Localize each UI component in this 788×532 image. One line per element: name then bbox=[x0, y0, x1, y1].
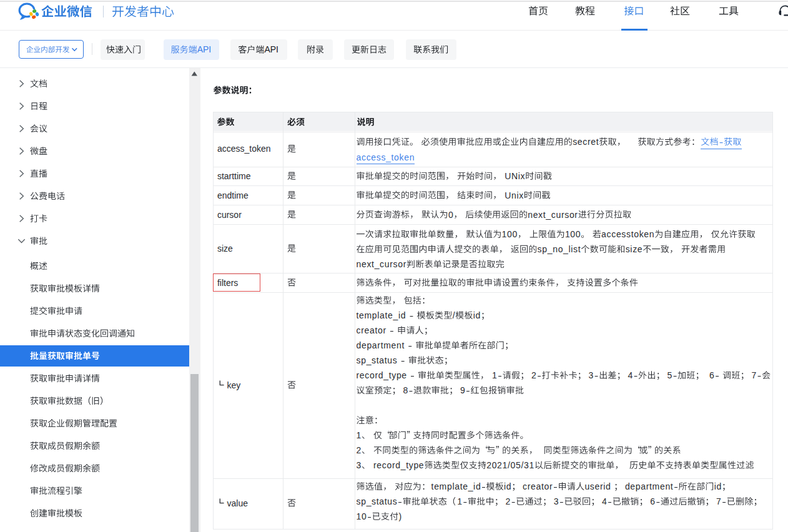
svg-text:starttime: starttime bbox=[217, 171, 251, 181]
svg-text:next_cursor: next_cursor bbox=[357, 259, 407, 269]
svg-text:2: 2 bbox=[357, 445, 362, 455]
svg-text:1: 1 bbox=[492, 370, 497, 380]
svg-text:100: 100 bbox=[502, 229, 518, 239]
svg-text:size: size bbox=[217, 244, 233, 254]
svg-text:template_id: template_id bbox=[431, 481, 481, 491]
svg-text:4: 4 bbox=[628, 370, 633, 380]
svg-text:secret: secret bbox=[573, 137, 599, 147]
svg-text:2021/05/31: 2021/05/31 bbox=[486, 460, 534, 470]
svg-text:accesstoken: accesstoken bbox=[601, 229, 654, 239]
svg-text:creator: creator bbox=[523, 481, 553, 491]
svg-text:cursor: cursor bbox=[217, 210, 242, 220]
svg-text:next_cursor: next_cursor bbox=[528, 210, 578, 220]
svg-text:sp_no_list: sp_no_list bbox=[538, 244, 581, 254]
svg-text:10: 10 bbox=[357, 511, 367, 521]
svg-text:/: / bbox=[453, 310, 456, 320]
svg-text:3: 3 bbox=[554, 496, 559, 506]
svg-text:API: API bbox=[264, 44, 278, 54]
svg-text:template_id: template_id bbox=[357, 310, 406, 320]
svg-text:7: 7 bbox=[752, 370, 757, 380]
svg-text:access_token: access_token bbox=[357, 152, 415, 162]
svg-text:1: 1 bbox=[357, 430, 362, 440]
svg-text:department: department bbox=[625, 481, 674, 491]
svg-text:Unix: Unix bbox=[505, 190, 524, 200]
svg-text:access_token: access_token bbox=[217, 144, 271, 154]
svg-text:userid: userid bbox=[584, 481, 611, 491]
svg-text:department: department bbox=[357, 340, 405, 350]
svg-text:3: 3 bbox=[357, 460, 362, 470]
svg-text:2: 2 bbox=[531, 370, 536, 380]
svg-text:5: 5 bbox=[667, 370, 672, 380]
svg-text:4: 4 bbox=[602, 496, 607, 506]
svg-text:record_type: record_type bbox=[357, 370, 407, 380]
svg-text:filters: filters bbox=[217, 278, 238, 288]
svg-text:endtime: endtime bbox=[217, 190, 249, 200]
svg-text:id: id bbox=[504, 481, 511, 491]
svg-text:): ) bbox=[398, 511, 401, 521]
svg-text:sp_status: sp_status bbox=[357, 355, 398, 365]
svg-text:value: value bbox=[227, 498, 249, 508]
svg-text:6: 6 bbox=[709, 370, 714, 380]
svg-text:100: 100 bbox=[565, 229, 581, 239]
svg-text:9: 9 bbox=[460, 385, 465, 395]
svg-text:7: 7 bbox=[716, 496, 721, 506]
svg-text:creator: creator bbox=[357, 325, 387, 335]
svg-text:0: 0 bbox=[448, 210, 453, 220]
svg-text:API: API bbox=[197, 44, 212, 54]
svg-text:id: id bbox=[714, 481, 722, 491]
svg-text:UNix: UNix bbox=[505, 171, 525, 181]
svg-text:3: 3 bbox=[589, 370, 594, 380]
svg-text:id: id bbox=[473, 310, 481, 320]
svg-text:8: 8 bbox=[403, 385, 408, 395]
svg-text:1: 1 bbox=[457, 496, 462, 506]
svg-text:key: key bbox=[227, 380, 241, 390]
svg-text:record_type: record_type bbox=[373, 460, 424, 470]
svg-text:6: 6 bbox=[650, 496, 655, 506]
svg-text:size: size bbox=[626, 244, 643, 254]
svg-text:2: 2 bbox=[506, 496, 511, 506]
svg-text:sp_status: sp_status bbox=[357, 496, 398, 506]
